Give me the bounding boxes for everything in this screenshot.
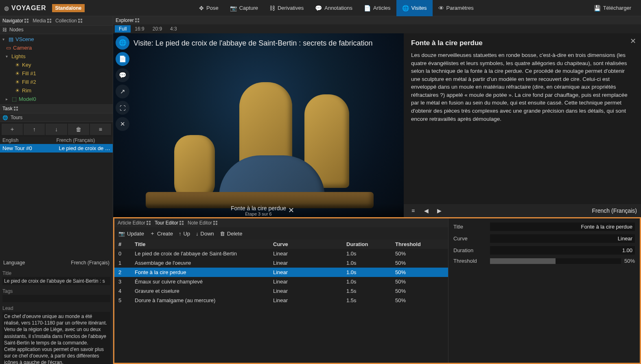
tab-navigator[interactable]: Navigator — [2, 18, 28, 24]
tree-light-rim[interactable]: ☀Rim — [0, 86, 113, 95]
arrow-up-icon: ↑ — [33, 126, 36, 133]
chevron-left-icon: ◀ — [424, 207, 429, 214]
tool-share[interactable]: ↗ — [116, 85, 129, 98]
globe-icon: ◍ — [4, 5, 9, 11]
prop-tags-input[interactable] — [2, 295, 110, 302]
add-button[interactable]: ＋ — [2, 124, 23, 135]
down-button[interactable]: ↓Down — [196, 231, 214, 237]
table-header: # Title Curve Duration Threshold — [114, 240, 448, 249]
reader-body: Les douze merveilleuses statuettes en ro… — [411, 51, 634, 123]
bottom-editor: Article Editor Tour Editor Note Editor 📷… — [113, 217, 641, 364]
tab-media[interactable]: Media — [33, 18, 51, 24]
reader-prev-button[interactable]: ◀ — [421, 205, 431, 216]
cube-icon: ⬚ — [11, 96, 17, 102]
inspector-duration-input[interactable]: 1.00 — [490, 246, 635, 255]
tool-fullscreen[interactable]: ⛶ — [116, 101, 129, 115]
create-button[interactable]: ＋Create — [150, 230, 173, 237]
comment-icon: 💬 — [119, 72, 127, 79]
grid-icon — [213, 221, 217, 225]
menu-capture[interactable]: 📷Capture — [224, 0, 264, 16]
update-button[interactable]: 📷Update — [118, 231, 144, 237]
delete-button[interactable]: 🗑Delete — [220, 231, 243, 237]
mode-badge: Standalone — [52, 4, 85, 12]
grid-icon — [147, 221, 151, 225]
prop-language[interactable]: Language French (Français) — [2, 258, 110, 267]
reader-next-button[interactable]: ▶ — [434, 205, 444, 216]
tab-note-editor[interactable]: Note Editor — [188, 220, 217, 226]
tours-header: 🌐Tours — [0, 113, 113, 122]
tree-light-fill1[interactable]: ☀Fill #1 — [0, 69, 113, 78]
close-tour-button[interactable]: ✕ — [288, 206, 294, 215]
inspector-title-input[interactable]: Fonte à la cire perdue — [490, 222, 635, 231]
menu-annotations[interactable]: 💬Annotations — [309, 0, 358, 16]
tree-model[interactable]: ▸⬚Model0 — [0, 95, 113, 103]
table-row[interactable]: 3Émaux sur cuivre champlevéLinear1.0s50% — [114, 277, 448, 286]
tree-vscene[interactable]: ▾▤VScene — [0, 35, 113, 44]
menubar-center: ✥Pose 📷Capture ⛓Derivatives 💬Annotations… — [85, 0, 588, 16]
tab-task[interactable]: Task — [2, 106, 18, 111]
tree-light-key[interactable]: ☀Key — [0, 61, 113, 69]
tab-collection[interactable]: Collection — [55, 18, 82, 24]
plus-icon: ＋ — [150, 230, 155, 237]
prop-title-input[interactable]: Le pied de croix de l'abbaye de Saint-Be… — [2, 277, 110, 285]
table-row[interactable]: 1Assemblage de l'oeuvreLinear1.0s50% — [114, 258, 448, 268]
inspector-threshold: Threshold 50% — [453, 258, 635, 264]
table-row[interactable]: 2Fonte à la cire perdueLinear1.0s50% — [114, 268, 448, 277]
inspector-threshold-slider[interactable]: 50% — [490, 258, 635, 264]
arrow-down-icon: ↓ — [55, 126, 58, 133]
tab-article-editor[interactable]: Article Editor — [118, 220, 151, 226]
up-button[interactable]: ↑Up — [179, 231, 190, 237]
reader-close-button[interactable]: ✕ — [630, 37, 636, 46]
camera-icon: 📷 — [118, 231, 125, 237]
hamburger-icon: ≡ — [99, 126, 102, 133]
tab-tour-editor[interactable]: Tour Editor — [155, 220, 184, 226]
tool-language[interactable]: 🌐 — [116, 36, 129, 50]
expand-icon: ⛶ — [120, 105, 126, 111]
tool-comment[interactable]: 💬 — [116, 68, 129, 82]
tool-article[interactable]: 📄 — [116, 52, 129, 66]
reader-menu-button[interactable]: ≡ — [408, 205, 418, 216]
viewport-tour-title: Visite: Le pied de croix de l'abbaye de … — [133, 39, 372, 48]
arrow-up-icon: ↑ — [179, 231, 182, 237]
3d-viewport[interactable]: 🌐 📄 💬 ↗ ⛶ ✕ Visite: Le pied de croix de … — [113, 33, 404, 217]
steps-table: # Title Curve Duration Threshold 0Le pie… — [114, 240, 448, 363]
table-row[interactable]: 4Gravure et ciselureLinear1.5s50% — [114, 286, 448, 296]
tab-explorer[interactable]: Explorer — [116, 17, 139, 23]
menu-visites[interactable]: 🌐Visites — [396, 0, 433, 16]
menu-derivatives[interactable]: ⛓Derivatives — [264, 0, 309, 16]
menu-button[interactable]: ≡ — [90, 124, 111, 135]
download-button[interactable]: 💾Télécharger — [588, 0, 637, 16]
delete-button[interactable]: 🗑 — [68, 124, 89, 135]
tour-properties: Language French (Français) Title Le pied… — [0, 256, 113, 364]
aspect-ratio-tabs: Full 16:9 20:9 4:3 — [113, 24, 641, 33]
document-icon: 📄 — [364, 5, 371, 11]
tree-light-fill2[interactable]: ☀Fill #2 — [0, 78, 113, 86]
reader-language[interactable]: French (Français) — [592, 207, 637, 214]
ratio-43[interactable]: 4:3 — [166, 25, 181, 33]
task-header: Task — [0, 104, 113, 113]
tool-settings[interactable]: ✕ — [116, 117, 129, 131]
table-row[interactable]: 5Dorure à l'amalgame (au mercure)Linear1… — [114, 296, 448, 305]
inspector-curve-select[interactable]: Linear — [490, 234, 635, 243]
menu-parametres[interactable]: 👁Paramètres — [433, 0, 479, 16]
menu-articles[interactable]: 📄Articles — [358, 0, 396, 16]
move-up-button[interactable]: ↑ — [24, 124, 45, 135]
arrow-down-icon: ↓ — [196, 231, 199, 237]
menu-pose[interactable]: ✥Pose — [193, 0, 224, 16]
grid-icon — [14, 107, 18, 111]
ratio-169[interactable]: 16:9 — [131, 25, 148, 33]
tree-camera[interactable]: ▭Camera — [0, 44, 113, 52]
table-row[interactable]: 0Le pied de croix de l'abbaye de Saint-B… — [114, 249, 448, 258]
editor-tabs: Article Editor Tour Editor Note Editor — [114, 218, 448, 227]
tree-lights[interactable]: ▾Lights — [0, 52, 113, 61]
ratio-209[interactable]: 20:9 — [149, 25, 166, 33]
tour-list-row[interactable]: New Tour #0 Le pied de croix de l'a… — [0, 144, 113, 153]
menubar: ◍ VOYAGER Standalone ✥Pose 📷Capture ⛓Der… — [0, 0, 641, 16]
prop-lead-label: Lead — [2, 305, 110, 311]
left-column: Navigator Media Collection ⛓Nodes ▾▤VSce… — [0, 16, 113, 364]
viewport-tools: 🌐 📄 💬 ↗ ⛶ ✕ — [116, 36, 129, 131]
prop-lead-input[interactable]: Ce chef d'oeuvre unique au monde a été r… — [2, 312, 110, 364]
ratio-full[interactable]: Full — [115, 25, 131, 33]
workspace: Navigator Media Collection ⛓Nodes ▾▤VSce… — [0, 16, 641, 364]
move-down-button[interactable]: ↓ — [46, 124, 67, 135]
